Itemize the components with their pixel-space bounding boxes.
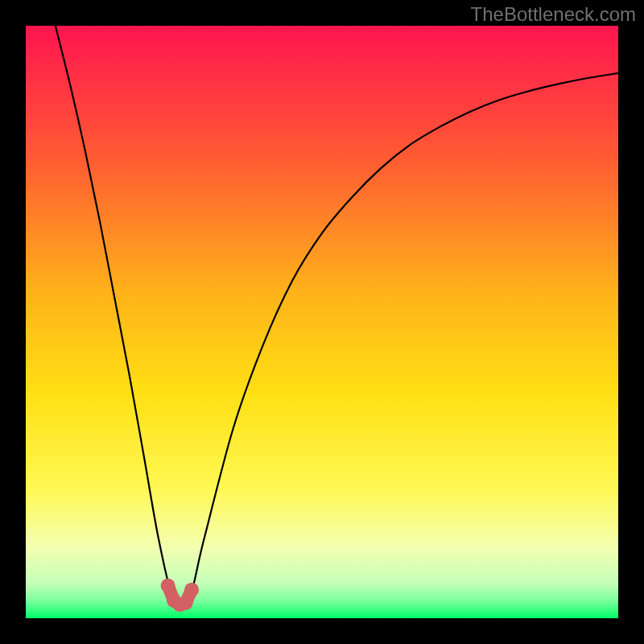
- watermark-text: TheBottleneck.com: [471, 3, 636, 26]
- outer-frame: TheBottleneck.com: [0, 0, 644, 644]
- optimum-marker-dot: [184, 583, 199, 597]
- plot-area: [26, 26, 618, 618]
- optimum-marker-dot: [161, 579, 175, 593]
- optimum-marker-dot: [179, 596, 193, 610]
- gradient-background: [26, 26, 618, 618]
- chart-svg: [26, 26, 618, 618]
